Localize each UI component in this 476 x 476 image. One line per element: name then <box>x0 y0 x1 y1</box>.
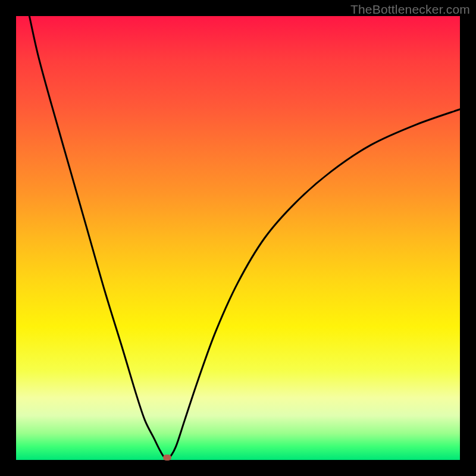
chart-frame: TheBottlenecker.com <box>0 0 476 476</box>
watermark-text: TheBottlenecker.com <box>350 2 470 17</box>
optimal-point-marker <box>163 455 171 461</box>
plot-area <box>16 16 460 460</box>
curve-svg <box>16 16 460 460</box>
bottleneck-curve <box>29 16 460 459</box>
